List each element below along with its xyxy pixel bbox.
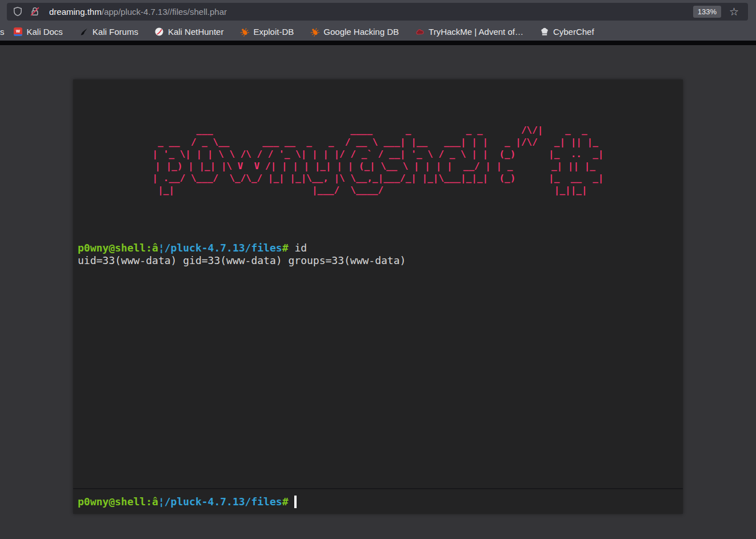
kali-dragon-icon	[79, 27, 89, 37]
history-prompt-line: p0wny@shell:â¦/pluck-4.7.13/files#id	[78, 242, 678, 254]
text-cursor[interactable]	[294, 496, 297, 508]
kali-docs-book-icon: w	[14, 27, 23, 37]
shell-scrollback[interactable]: ___ ____ _ _ _ /\/| _ _ _ __ / _ \__ ___…	[73, 79, 683, 488]
zoom-level-badge[interactable]: 133%	[693, 6, 721, 18]
tracking-protection-shield-icon[interactable]	[13, 6, 23, 17]
p0wny-shell-ascii-logo: ___ ____ _ _ _ /\/| _ _ _ __ / _ \__ ___…	[78, 124, 678, 196]
prompt-cwd: ¦/pluck-4.7.13/files	[158, 496, 282, 508]
bookmark-item-partial[interactable]: s	[0, 27, 5, 37]
prompt-hash: #	[282, 496, 289, 508]
bookmark-label: Google Hacking DB	[323, 27, 399, 37]
bookmark-label: Kali Docs	[27, 27, 63, 37]
insecure-lock-icon[interactable]	[30, 6, 40, 17]
bookmark-item-kali-nethunter[interactable]: Kali NetHunter	[155, 27, 224, 37]
bookmarks-bar: s w Kali Docs Kali Forums Kali NetHunter	[0, 23, 756, 41]
bookmark-label: CyberChef	[553, 27, 594, 37]
bookmark-item-kali-forums[interactable]: Kali Forums	[79, 27, 138, 37]
bookmark-label: Kali Forums	[93, 27, 138, 37]
bookmark-star-icon[interactable]: ☆	[729, 6, 739, 17]
bookmark-label: Kali NetHunter	[168, 27, 224, 37]
webpage-background: ___ ____ _ _ _ /\/| _ _ _ __ / _ \__ ___…	[0, 45, 756, 539]
bookmark-item-tryhackme[interactable]: TryHackMe | Advent of…	[415, 27, 523, 37]
p0wny-shell-panel: ___ ____ _ _ _ /\/| _ _ _ __ / _ \__ ___…	[73, 79, 683, 514]
shell-input-row[interactable]: p0wny@shell:â¦/pluck-4.7.13/files#	[73, 488, 683, 514]
prompt-user-host: p0wny@shell:â	[78, 496, 158, 508]
bookmark-label: Exploit-DB	[253, 27, 294, 37]
bookmark-label: s	[0, 27, 5, 37]
prompt-user-host: p0wny@shell:â	[78, 242, 158, 254]
chef-hat-icon	[540, 27, 549, 37]
bug-icon	[310, 27, 319, 37]
bookmark-item-google-hacking-db[interactable]: Google Hacking DB	[310, 27, 399, 37]
url-bar[interactable]: dreaming.thm/app/pluck-4.7.13//files/she…	[7, 3, 748, 21]
input-prompt: p0wny@shell:â¦/pluck-4.7.13/files#	[78, 496, 288, 508]
bug-icon	[240, 27, 249, 37]
nethunter-icon	[155, 27, 164, 37]
prompt-hash: #	[282, 242, 289, 254]
chrome-page-divider	[0, 41, 756, 45]
url-host: dreaming.thm	[49, 7, 102, 17]
bookmark-label: TryHackMe | Advent of…	[429, 27, 523, 37]
bookmark-item-exploit-db[interactable]: Exploit-DB	[240, 27, 294, 37]
bookmark-item-kali-docs[interactable]: w Kali Docs	[14, 27, 63, 37]
prompt-cwd: ¦/pluck-4.7.13/files	[158, 242, 282, 254]
browser-toolbar: dreaming.thm/app/pluck-4.7.13//files/she…	[0, 0, 756, 23]
url-text[interactable]: dreaming.thm/app/pluck-4.7.13//files/she…	[49, 7, 227, 17]
url-path: /app/pluck-4.7.13//files/shell.phar	[102, 7, 227, 17]
tryhackme-icon	[415, 27, 425, 37]
command-output: uid=33(www-data) gid=33(www-data) groups…	[78, 254, 678, 267]
executed-command: id	[288, 242, 307, 254]
bookmark-item-cyberchef[interactable]: CyberChef	[540, 27, 594, 37]
